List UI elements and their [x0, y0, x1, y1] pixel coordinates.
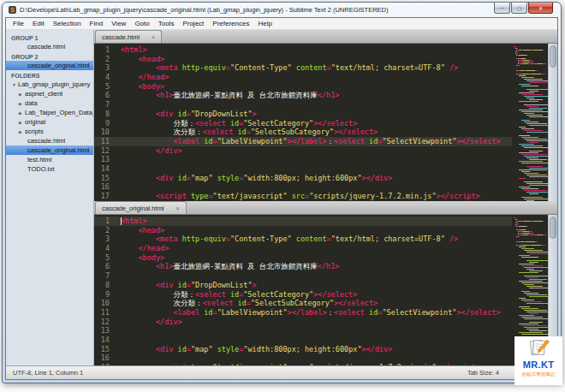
code-line: 13 — [94, 155, 512, 164]
sidebar-item-aspnet-client[interactable]: ▶aspnet_client — [6, 89, 93, 98]
minimap-line — [514, 240, 546, 241]
sidebar-item-original[interactable]: ▶original — [6, 117, 93, 127]
sidebar-item-cascade-html[interactable]: cascade.html — [6, 42, 93, 51]
sidebar-section-header: GROUP 2 — [6, 51, 93, 61]
minimap-line — [514, 334, 546, 335]
code-editor[interactable]: 1<html>2 <head>3 <meta http-equiv="Conte… — [94, 215, 557, 365]
menu-file[interactable]: File — [9, 20, 28, 27]
sidebar-item-label: TODO.txt — [27, 165, 55, 173]
minimap-line — [514, 235, 546, 235]
menu-preferences[interactable]: Preferences — [208, 20, 253, 27]
minimap-line — [514, 120, 546, 121]
minimap-line — [514, 223, 546, 223]
scrollbar-thumb[interactable] — [550, 217, 556, 239]
minimap-line — [514, 132, 546, 133]
window-controls: — ▢ ✕ — [493, 3, 553, 14]
sidebar-item-data[interactable]: ▶data — [6, 98, 93, 108]
minimap-line — [514, 79, 546, 80]
menu-selection[interactable]: Selection — [49, 20, 86, 27]
code-text: <div id="map" style="width:800px; height… — [116, 345, 392, 354]
minimap-line — [514, 91, 546, 92]
minimap-line — [514, 123, 546, 124]
minimap-line — [514, 176, 546, 177]
minimap-line — [514, 163, 546, 163]
sidebar-item-test-html[interactable]: test.html — [6, 155, 93, 164]
menu-edit[interactable]: Edit — [28, 20, 49, 27]
minimap-line — [514, 80, 546, 81]
minimap-line — [514, 159, 546, 160]
line-number: 5 — [94, 82, 116, 92]
code-line: 6 <h1>臺北旅遊網-景點資料 及 台北市旅館資料庫</h1> — [94, 262, 512, 271]
scrollbar-thumb[interactable] — [550, 45, 556, 68]
menu-find[interactable]: Find — [86, 20, 108, 27]
tab-close-icon[interactable]: × — [152, 34, 155, 40]
code-text — [116, 353, 121, 363]
minimap-line — [514, 187, 546, 187]
minimap-line — [514, 330, 546, 331]
minimap-line — [514, 115, 546, 116]
sidebar-item-lab-taipei-open-data-travel[interactable]: ▶Lab_Taipei_Open_Data_Travel — [6, 108, 93, 117]
maximize-button[interactable]: ▢ — [511, 3, 527, 14]
line-number: 12 — [94, 146, 116, 156]
sidebar-item-label: original — [25, 118, 45, 126]
menu-help[interactable]: Help — [253, 20, 276, 27]
minimap-line — [514, 125, 546, 126]
minimap-line — [514, 157, 546, 158]
menu-goto[interactable]: Goto — [130, 20, 153, 27]
code-lines: 1<html>2 <head>3 <meta http-equiv="Conte… — [94, 44, 512, 201]
sidebar-item-lab-gmap-plugin-jquery[interactable]: ▼Lab_gmap_plugin_jquery — [6, 80, 93, 89]
minimap-line — [514, 94, 546, 95]
minimize-button[interactable]: — — [494, 3, 510, 14]
minimap-line — [514, 113, 546, 114]
minimap-line — [514, 267, 546, 268]
minimap-line — [514, 70, 546, 71]
vertical-scrollbar[interactable] — [548, 44, 557, 201]
sidebar-item-scripts[interactable]: ▶scripts — [6, 127, 93, 136]
code-text: <div id="DropDownList"> — [116, 281, 257, 290]
tab-cascade-original-html[interactable]: cascade_original.html × — [95, 201, 187, 214]
sidebar-item-todo-txt[interactable]: TODO.txt — [6, 164, 93, 174]
minimap-line — [514, 332, 546, 333]
close-button[interactable]: ✕ — [528, 3, 553, 14]
sidebar-item-cascade-original-html[interactable]: cascade_original.html — [6, 61, 93, 70]
tab-cascade-html[interactable]: cascade.html × — [95, 30, 162, 43]
code-text — [116, 100, 121, 110]
minimap-line — [514, 279, 546, 280]
minimap-line — [514, 82, 546, 83]
line-number: 2 — [94, 55, 116, 64]
folder-collapsed-icon[interactable]: ▶ — [19, 90, 25, 98]
minimap-line — [514, 231, 546, 232]
minimap-line — [514, 322, 546, 323]
menu-project[interactable]: Project — [178, 20, 208, 27]
line-number: 7 — [94, 100, 116, 110]
minimap-line — [514, 286, 546, 287]
minimap-line — [514, 229, 546, 230]
code-editor[interactable]: 1<html>2 <head>3 <meta http-equiv="Conte… — [94, 44, 557, 201]
sidebar-item-cascade-html[interactable]: cascade.html — [6, 136, 93, 146]
line-number: 2 — [94, 226, 116, 235]
folder-open-icon[interactable]: ▼ — [12, 80, 18, 89]
minimap-line — [514, 171, 546, 172]
menu-bar: FileEditSelectionFindViewGotoToolsProjec… — [6, 18, 557, 30]
folder-collapsed-icon[interactable]: ▶ — [19, 128, 25, 136]
folder-collapsed-icon[interactable]: ▶ — [19, 109, 25, 117]
minimap[interactable] — [512, 44, 548, 201]
folder-collapsed-icon[interactable]: ▶ — [19, 118, 25, 127]
code-line: 7 — [94, 100, 512, 110]
tab-close-icon[interactable]: × — [176, 205, 180, 211]
folder-collapsed-icon[interactable]: ▶ — [19, 99, 25, 108]
code-text — [116, 271, 121, 281]
code-line: 8 <div id="DropDownList"> — [94, 110, 512, 119]
minimap-line — [514, 127, 546, 128]
sidebar-item-cascade-original-html[interactable]: cascade_original.html — [6, 146, 93, 155]
minimap-line — [514, 245, 546, 246]
line-number: 16 — [94, 182, 116, 192]
minimap-line — [514, 178, 546, 179]
line-number: 1 — [94, 217, 116, 226]
menu-view[interactable]: View — [107, 20, 130, 27]
minimap-line — [514, 50, 546, 50]
minimap-line — [514, 51, 546, 52]
minimap-line — [514, 298, 546, 299]
menu-tools[interactable]: Tools — [154, 20, 179, 27]
code-line: 3 <meta http-equiv="Content-Type" conten… — [94, 63, 512, 73]
